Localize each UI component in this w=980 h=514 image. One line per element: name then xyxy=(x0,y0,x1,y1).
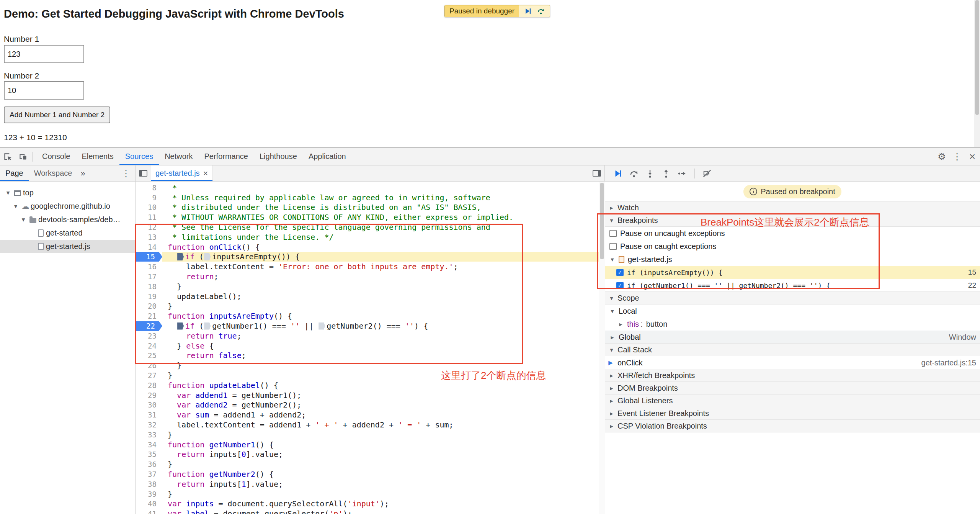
line-number[interactable]: 24 xyxy=(136,341,162,351)
step-icon[interactable] xyxy=(675,166,690,181)
breakpoint-checkbox[interactable]: ✓ xyxy=(616,282,624,289)
step-into-icon[interactable] xyxy=(642,166,658,181)
chevron-down-icon[interactable]: ▾ xyxy=(11,202,20,210)
chevron-down-icon[interactable]: ▾ xyxy=(19,216,28,224)
line-number[interactable]: 14 xyxy=(136,242,162,252)
line-number[interactable]: 13 xyxy=(136,232,162,242)
tree-item-top[interactable]: ▾top xyxy=(0,186,135,200)
editor-scrollbar[interactable] xyxy=(599,182,605,514)
breakpoint-entry-line-15[interactable]: ✓if (inputsAreEmpty()) {15 xyxy=(605,266,980,279)
step-over-icon[interactable] xyxy=(537,7,545,15)
editor-tab-get-started-js[interactable]: get-started.js × xyxy=(151,165,212,181)
number1-input[interactable] xyxy=(4,45,84,63)
tab-application[interactable]: Application xyxy=(303,148,352,165)
line-number[interactable]: 35 xyxy=(136,450,162,460)
section-dom-breakpoints[interactable]: ▸DOM Breakpoints xyxy=(605,381,980,395)
line-number[interactable]: 16 xyxy=(136,262,162,272)
line-number[interactable]: 20 xyxy=(136,301,162,311)
line-number[interactable]: 11 xyxy=(136,212,162,222)
breakpoint-marker[interactable]: 22 xyxy=(136,321,162,331)
line-number[interactable]: 28 xyxy=(136,380,162,390)
line-number[interactable]: 25 xyxy=(136,351,162,361)
scope-global-group[interactable]: ▸ Global Window xyxy=(605,331,980,344)
section-call-stack[interactable]: ▾ Call Stack xyxy=(605,343,980,356)
option-pause-on-uncaught-exceptions[interactable]: Pause on uncaught exceptions xyxy=(605,227,980,240)
resume-icon[interactable] xyxy=(524,7,532,15)
page-scrollbar[interactable] xyxy=(974,0,980,147)
line-number[interactable]: 36 xyxy=(136,459,162,469)
tree-item-get-started-js[interactable]: get-started.js xyxy=(0,240,135,253)
navigator-tab-page[interactable]: Page xyxy=(0,165,29,181)
line-number[interactable]: 21 xyxy=(136,311,162,321)
line-number[interactable]: 27 xyxy=(136,370,162,380)
line-number[interactable]: 39 xyxy=(136,489,162,499)
line-number[interactable]: 10 xyxy=(136,203,162,213)
line-number[interactable]: 37 xyxy=(136,469,162,479)
line-number[interactable]: 8 xyxy=(136,183,162,193)
breakpoints-file-group[interactable]: ▾ get-started.js xyxy=(605,253,980,266)
settings-icon[interactable]: ⚙ xyxy=(934,149,949,164)
section-watch[interactable]: ▸ Watch xyxy=(605,201,980,214)
checkbox[interactable] xyxy=(609,243,617,250)
breakpoint-entry-line-22[interactable]: ✓if (getNumber1() === '' || getNumber2()… xyxy=(605,279,980,292)
toggle-debugger-sidebar-icon[interactable] xyxy=(589,166,604,181)
line-number[interactable]: 30 xyxy=(136,400,162,410)
scope-local-group[interactable]: ▾ Local xyxy=(605,304,980,318)
section-xhr-fetch-breakpoints[interactable]: ▸XHR/fetch Breakpoints xyxy=(605,369,980,382)
device-toolbar-icon[interactable] xyxy=(15,149,31,164)
line-number[interactable]: 23 xyxy=(136,331,162,341)
more-tabs-icon[interactable]: » xyxy=(77,169,88,178)
tree-item-devtools-samples-deb[interactable]: ▾devtools-samples/deb… xyxy=(0,213,135,226)
tree-item-get-started[interactable]: get-started xyxy=(0,226,135,240)
line-number[interactable]: 32 xyxy=(136,420,162,430)
line-number[interactable]: 31 xyxy=(136,410,162,420)
line-number[interactable]: 40 xyxy=(136,499,162,509)
line-number[interactable]: 12 xyxy=(136,222,162,232)
line-number[interactable]: 17 xyxy=(136,272,162,282)
tab-lighthouse[interactable]: Lighthouse xyxy=(254,148,303,165)
tab-network[interactable]: Network xyxy=(159,148,198,165)
line-number[interactable]: 33 xyxy=(136,430,162,440)
resume-script-icon[interactable] xyxy=(610,166,626,181)
inline-breakpoint-icon[interactable] xyxy=(318,322,325,330)
number2-input[interactable] xyxy=(4,81,84,100)
breakpoint-marker[interactable]: 15 xyxy=(136,252,162,262)
navigator-tab-workspace[interactable]: Workspace xyxy=(29,165,78,181)
scope-item-this[interactable]: ▸this:button xyxy=(605,318,980,331)
code-editor[interactable]: 8 *9 * Unless required by applicable law… xyxy=(136,182,605,514)
tab-performance[interactable]: Performance xyxy=(199,148,254,165)
close-icon[interactable]: × xyxy=(965,149,980,164)
tab-close-icon[interactable]: × xyxy=(203,169,208,178)
inline-breakpoint-icon[interactable] xyxy=(204,253,211,260)
step-out-icon[interactable] xyxy=(658,166,674,181)
line-number[interactable]: 29 xyxy=(136,390,162,400)
chevron-down-icon[interactable]: ▾ xyxy=(4,189,12,197)
section-scope[interactable]: ▾ Scope xyxy=(605,291,980,304)
call-stack-frame-onclick[interactable]: ▶onClickget-started.js:15 xyxy=(605,356,980,369)
line-number[interactable]: 26 xyxy=(136,360,162,370)
tab-console[interactable]: Console xyxy=(36,148,76,165)
line-number[interactable]: 9 xyxy=(136,193,162,203)
section-global-listeners[interactable]: ▸Global Listeners xyxy=(605,394,980,407)
checkbox[interactable] xyxy=(609,230,617,237)
deactivate-breakpoints-icon[interactable] xyxy=(699,166,715,181)
inline-breakpoint-icon[interactable] xyxy=(177,253,184,260)
toggle-navigator-icon[interactable] xyxy=(136,166,151,181)
line-number[interactable]: 41 xyxy=(136,509,162,514)
inline-breakpoint-icon[interactable] xyxy=(204,322,211,330)
section-csp-violation-breakpoints[interactable]: ▸CSP Violation Breakpoints xyxy=(605,419,980,432)
section-breakpoints[interactable]: ▾ Breakpoints xyxy=(605,214,980,227)
editor-scrollbar-thumb[interactable] xyxy=(600,183,604,259)
line-number[interactable]: 34 xyxy=(136,440,162,450)
tab-elements[interactable]: Elements xyxy=(76,148,119,165)
breakpoint-checkbox[interactable]: ✓ xyxy=(616,269,624,276)
step-over-icon[interactable] xyxy=(626,166,642,181)
line-number[interactable]: 38 xyxy=(136,479,162,489)
navigator-more-icon[interactable]: ⋮ xyxy=(118,166,134,181)
tree-item-googlechrome-github-io[interactable]: ▾☁googlechrome.github.io xyxy=(0,200,135,213)
tab-sources[interactable]: Sources xyxy=(119,148,159,165)
page-scrollbar-thumb[interactable] xyxy=(975,0,979,115)
line-number[interactable]: 19 xyxy=(136,291,162,301)
inline-breakpoint-icon[interactable] xyxy=(177,322,184,330)
line-number[interactable]: 18 xyxy=(136,282,162,291)
